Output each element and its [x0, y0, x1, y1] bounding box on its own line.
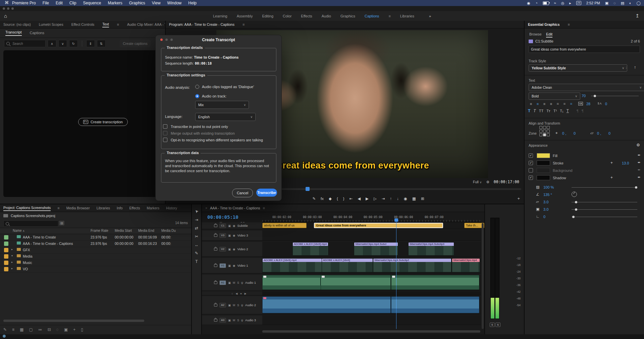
menu-item[interactable]: View	[152, 1, 161, 5]
sync-lock-icon[interactable]: ▣	[228, 234, 231, 237]
play-circle-icon[interactable]: ▸	[569, 1, 571, 5]
video-clip[interactable]: SibersaltzClips.mp4	[452, 258, 480, 272]
tab-effect-controls[interactable]: Effect Controls	[71, 22, 95, 26]
track-output-icon[interactable]: ◉	[233, 264, 235, 267]
v1-track-content[interactable]: ADOBE x ALEX [16x9].mp4 ADOBE x ALEX [16…	[262, 258, 481, 273]
solo-left-button[interactable]: S	[490, 323, 495, 327]
sync-lock-icon[interactable]: ▣	[228, 281, 231, 284]
battery-icon[interactable]	[543, 1, 549, 5]
cancel-button[interactable]: Cancel	[232, 189, 253, 197]
menu-item[interactable]: Sequence	[83, 1, 101, 5]
mark-in-icon[interactable]: {	[337, 197, 338, 201]
shadow-checkbox[interactable]: ✓	[529, 176, 533, 180]
rtl-paragraph-icon[interactable]: ¶	[582, 109, 584, 113]
mute-button[interactable]: M	[233, 281, 235, 284]
siri-icon[interactable]: ◐	[629, 1, 632, 5]
menu-clock-time[interactable]: 2:52 PM	[586, 1, 600, 5]
keyframe-add-icon[interactable]: ○	[231, 292, 233, 295]
project-file-name[interactable]: Captions Screenshots.prproj	[11, 214, 55, 218]
label-swatch[interactable]	[4, 261, 8, 265]
a1-track-content[interactable]	[262, 275, 481, 291]
creative-cloud-icon[interactable]: ◉	[527, 1, 530, 5]
align-center-icon[interactable]: ≡	[535, 101, 541, 106]
keyframe-prev-icon[interactable]: ◀	[236, 292, 238, 295]
audio-on-track-radio[interactable]	[195, 94, 199, 98]
justify-last-center-icon[interactable]: =	[555, 101, 561, 106]
settings-checkbox-row[interactable]: Opt-in to recognizing when different spe…	[163, 138, 263, 142]
project-row[interactable]: AAA - Time to Create 23.976 fps 00:00:00…	[0, 234, 191, 241]
program-settings-wrench-icon[interactable]: ⚙	[486, 180, 489, 184]
transcribe-button[interactable]: Transcribe	[256, 189, 277, 197]
time-machine-icon[interactable]: ◯	[637, 1, 641, 5]
font-style-dropdown[interactable]: Bold∨	[529, 92, 580, 100]
item-name[interactable]: AAA - Time to Create	[23, 235, 56, 239]
shadow-opacity-slider[interactable]	[572, 187, 637, 188]
background-checkbox[interactable]	[529, 168, 533, 173]
tab-effects[interactable]: Effects	[129, 206, 140, 210]
label-swatch[interactable]	[4, 248, 8, 252]
create-captions-button[interactable]: Create captions	[120, 40, 151, 47]
text-panel-menu-icon[interactable]: ≡	[117, 22, 119, 26]
stroke-swatch[interactable]	[537, 160, 550, 165]
angle-dial[interactable]	[572, 192, 577, 197]
subtab-captions[interactable]: Captions	[30, 31, 44, 35]
audio-on-track-label[interactable]: Audio on track:	[202, 94, 226, 98]
slider-knob[interactable]	[575, 201, 577, 203]
timeline-menu-icon[interactable]: ≡	[263, 206, 265, 210]
align-left-icon[interactable]: ≡	[528, 101, 534, 106]
label-swatch[interactable]	[4, 235, 8, 240]
writable-icon[interactable]: ✎	[3, 327, 7, 332]
sync-status-icon[interactable]	[3, 335, 6, 338]
background-swatch[interactable]	[537, 168, 550, 173]
column-media-start[interactable]: Media Start	[115, 229, 132, 232]
project-row[interactable]: ▸ VO	[0, 266, 191, 273]
lock-icon[interactable]	[214, 264, 217, 267]
sync-lock-icon[interactable]: ▣	[228, 319, 231, 322]
collapse-all-button[interactable]: ⇅	[97, 40, 106, 47]
eg-tab-edit[interactable]: Edit	[546, 32, 552, 38]
share-icon[interactable]: ↥	[635, 13, 639, 18]
window-zoom-button[interactable]	[11, 7, 14, 10]
workspace-tab-editing[interactable]: Editing	[262, 14, 273, 18]
shadow-swatch[interactable]	[537, 175, 550, 180]
transcript-search[interactable]	[4, 40, 46, 47]
background-eyedropper-icon[interactable]: ✒	[638, 168, 641, 172]
fill-swatch[interactable]	[537, 153, 550, 158]
audio-clip[interactable]	[262, 275, 321, 290]
tab-media-browser[interactable]: Media Browser	[66, 206, 90, 210]
sync-lock-icon[interactable]: ▣	[228, 248, 231, 251]
label-swatch[interactable]	[4, 267, 8, 271]
lock-icon[interactable]	[214, 234, 217, 237]
caption-clip-selected[interactable]: Great ideas come from everywhere	[314, 223, 443, 228]
apple-logo-icon[interactable]: ⌘	[5, 0, 9, 5]
track-box[interactable]: A1	[219, 280, 226, 285]
mute-button[interactable]: M	[233, 303, 235, 307]
wifi-icon[interactable]: ≈	[554, 1, 556, 5]
timeline-vertical-scrollbar[interactable]	[482, 223, 484, 329]
mute-button[interactable]: M	[233, 319, 235, 322]
track-box[interactable]: A3	[219, 318, 226, 323]
item-name[interactable]: AAA - Time to Create - Captions	[23, 242, 73, 246]
slider-knob[interactable]	[635, 186, 637, 189]
faux-bold-icon[interactable]: T	[528, 109, 530, 113]
eg-panel-menu-icon[interactable]: ≡	[568, 22, 570, 26]
menu-item[interactable]: Premiere Pro	[12, 1, 36, 5]
menu-item[interactable]: Clip	[69, 1, 76, 5]
fill-checkbox[interactable]: ✓	[529, 153, 533, 158]
solo-right-button[interactable]: S	[495, 323, 500, 327]
menu-item[interactable]: Window	[167, 1, 182, 5]
item-name[interactable]: GFX	[23, 248, 30, 252]
caption-clip[interactable]: Take th...	[464, 223, 484, 228]
export-frame-icon[interactable]: ◉	[404, 196, 407, 201]
timeline-timecode[interactable]: 00:00:05:10	[207, 214, 238, 220]
search-next-button[interactable]: ∨	[58, 40, 67, 47]
fx-badge-icon[interactable]: fx	[321, 197, 324, 201]
type-tool[interactable]: T	[195, 259, 198, 264]
justify-last-right-icon[interactable]: =	[561, 101, 568, 106]
new-item-icon[interactable]: +	[73, 327, 75, 332]
lock-icon[interactable]	[214, 319, 217, 322]
dialogue-radio-label[interactable]: Audio clips tagged as 'Dialogue'	[202, 85, 254, 89]
menu-item[interactable]: Markers	[108, 1, 122, 5]
clock-icon[interactable]: ◔	[535, 1, 538, 5]
position-y-value[interactable]: 0	[574, 131, 576, 135]
